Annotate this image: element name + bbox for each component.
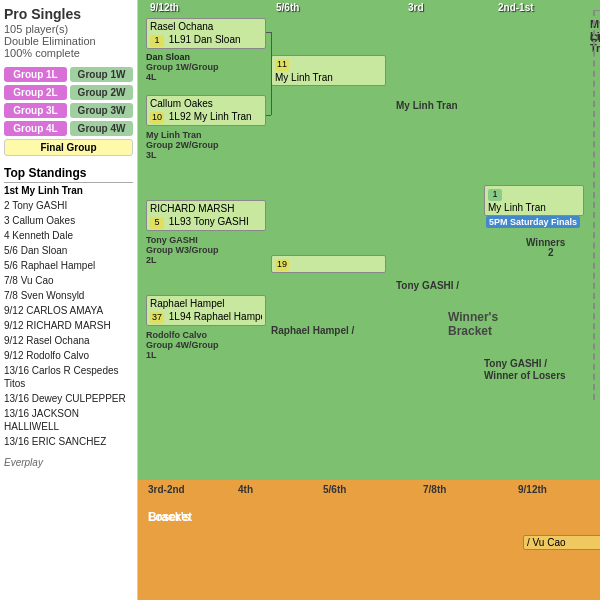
match-1l93[interactable]: RICHARD MARSH 5 1L93 Tony GASHI <box>146 200 266 231</box>
connector-champion-h <box>593 10 600 11</box>
group-1l-button[interactable]: Group 1L <box>4 67 67 82</box>
match-1l101-seed: 11 <box>275 59 289 71</box>
group-4l-button[interactable]: Group 4L <box>4 121 67 136</box>
match-1l102[interactable]: 19 <box>271 255 386 273</box>
connector-v1 <box>271 32 272 67</box>
sat-finals-badge: 5PM Saturday Finals <box>486 215 580 228</box>
loser-round-912: 9/12th <box>518 484 547 495</box>
standing-912a: 9/12 CARLOS AMAYA <box>4 303 133 318</box>
losers-bracket: 3rd-2nd 4th 5/6th 7/8th 9/12th Loser's B… <box>138 480 600 600</box>
match-1l91-id: 1L91 <box>169 34 191 45</box>
loser-match-vucao[interactable]: / Vu Cao <box>523 535 600 550</box>
match-1l93-group2: 2L <box>146 255 157 265</box>
match-1l91-player1: Rasel Ochana <box>150 20 262 33</box>
raphael-advancing: Raphael Hampel / <box>271 325 354 336</box>
group-3l-button[interactable]: Group 3L <box>4 103 67 118</box>
winners-label: Winners <box>526 237 565 248</box>
group-3w-button[interactable]: Group 3W <box>70 103 133 118</box>
match-1l91-seed: 1 <box>150 35 164 47</box>
match-1l92-id: 1L92 <box>169 111 191 122</box>
tony-advancing: Tony GASHI / <box>396 280 459 291</box>
standing-56b: 5/6 Raphael Hampel <box>4 258 133 273</box>
match-1l93-winner: Tony GASHI <box>146 235 198 245</box>
match-1l93-seed: 5 <box>150 217 164 229</box>
round-header-3rd: 3rd <box>408 2 424 13</box>
loser-round-4th: 4th <box>238 484 253 495</box>
match-1l94-id: 1L94 <box>169 311 191 322</box>
match-1l93-player1: RICHARD MARSH <box>150 202 262 215</box>
match-1l93-id: 1L93 <box>169 216 191 227</box>
winners-bracket-label: Winner'sBracket <box>448 310 498 338</box>
match-1l91-player2: Dan Sloan <box>194 34 241 45</box>
round-header-2nd1st: 2nd-1st <box>498 2 534 13</box>
standing-78a: 7/8 Vu Cao <box>4 273 133 288</box>
match-1l92-seed-row: 10 1L92 My Linh Tran <box>150 110 262 124</box>
loser-round-78: 7/8th <box>423 484 446 495</box>
winners-bracket: 9/12th 5/6th 3rd 2nd-1st Rasel Ochana 1 … <box>138 0 600 480</box>
match-1l102-seed-row: 19 <box>275 257 382 271</box>
format: Double Elimination <box>4 35 133 47</box>
match-1l92-p3: My Linh Tran <box>146 130 202 140</box>
match-1l102-seed: 19 <box>275 259 289 271</box>
match-1l121[interactable]: 1 My Linh Tran <box>484 185 584 216</box>
match-1l93-player2: Tony GASHI <box>194 216 249 227</box>
loser-round-56: 5/6th <box>323 484 346 495</box>
my-linh-advancing: My Linh Tran <box>396 100 458 111</box>
match-1l93-group: Group W3/Group <box>146 245 219 255</box>
match-1l91-seed-row: 1 1L91 Dan Sloan <box>150 33 262 47</box>
standings-list: 1st My Linh Tran 2 Tony GASHI 3 Callum O… <box>4 183 133 449</box>
group-4w-button[interactable]: Group 4W <box>70 121 133 136</box>
final-group-button[interactable]: Final Group <box>4 139 133 156</box>
sat-finals-label: 5PM Saturday Finals <box>486 216 580 228</box>
match-1l94-seed: 37 <box>150 312 164 324</box>
group-buttons: Group 1L Group 1W Group 2L Group 2W Grou… <box>4 67 133 136</box>
match-1l121-seed-row: 1 <box>488 187 580 201</box>
standing-1316c: 13/16 JACKSON HALLIWELL <box>4 406 133 434</box>
standing-1316d: 13/16 ERIC SANCHEZ <box>4 434 133 449</box>
match-1l94-group2: 1L <box>146 350 157 360</box>
connector-h2 <box>266 115 271 116</box>
group-2l-button[interactable]: Group 2L <box>4 85 67 100</box>
standing-2: 2 Tony GASHI <box>4 198 133 213</box>
standing-912d: 9/12 Rodolfo Calvo <box>4 348 133 363</box>
match-1l121-seed: 1 <box>488 189 502 201</box>
standings-title: Top Standings <box>4 166 133 183</box>
match-1l92-group: Group 2W/Group <box>146 140 219 150</box>
match-1l94-player1: Raphael Hampel <box>150 297 262 310</box>
match-1l91-group2: 4L <box>146 72 157 82</box>
match-1l101-seed-row: 11 <box>275 57 382 71</box>
match-1l101-player: My Linh Tran <box>275 71 382 84</box>
match-1l92[interactable]: Callum Oakes 10 1L92 My Linh Tran <box>146 95 266 126</box>
match-1l92-player1: Callum Oakes <box>150 97 262 110</box>
match-1l94-player2: Raphael Hampel <box>194 311 262 322</box>
match-1l92-group2: 3L <box>146 150 157 160</box>
group-2w-button[interactable]: Group 2W <box>70 85 133 100</box>
connector-champion-v <box>593 10 595 400</box>
tony-final: Tony GASHI / <box>484 358 547 369</box>
losers-title-line2: Bracket <box>148 510 192 524</box>
match-1l94-group: Group 4W/Group <box>146 340 219 350</box>
connector-v2 <box>271 67 272 115</box>
match-1l94-seed-row: 37 1L94 Raphael Hampel <box>150 310 262 324</box>
standing-4: 4 Kenneth Dale <box>4 228 133 243</box>
standing-78b: 7/8 Sven Wonsyld <box>4 288 133 303</box>
standing-1st: 1st My Linh Tran <box>4 183 133 198</box>
completion: 100% complete <box>4 47 133 59</box>
match-1l94-p2: Rodolfo Calvo <box>146 330 207 340</box>
group-1w-button[interactable]: Group 1W <box>70 67 133 82</box>
match-1l91[interactable]: Rasel Ochana 1 1L91 Dan Sloan <box>146 18 266 49</box>
standing-912b: 9/12 RICHARD MARSH <box>4 318 133 333</box>
match-1l94[interactable]: Raphael Hampel 37 1L94 Raphael Hampel <box>146 295 266 326</box>
sidebar: Pro Singles 105 player(s) Double Elimina… <box>0 0 138 600</box>
match-1l93-seed-row: 5 1L93 Tony GASHI <box>150 215 262 229</box>
match-1l91-sublabel: Dan Sloan <box>146 52 190 62</box>
standing-1316a: 13/16 Carlos R Cespedes Titos <box>4 363 133 391</box>
bracket-area: 9/12th 5/6th 3rd 2nd-1st Rasel Ochana 1 … <box>138 0 600 600</box>
match-1l92-player2: My Linh Tran <box>194 111 252 122</box>
winners-seed: 2 <box>548 247 554 258</box>
round-header-912: 9/12th <box>150 2 179 13</box>
match-1l92-seed: 10 <box>150 112 164 124</box>
tournament-title: Pro Singles <box>4 6 133 23</box>
match-1l101[interactable]: 11 My Linh Tran <box>271 55 386 86</box>
player-count: 105 player(s) <box>4 23 133 35</box>
